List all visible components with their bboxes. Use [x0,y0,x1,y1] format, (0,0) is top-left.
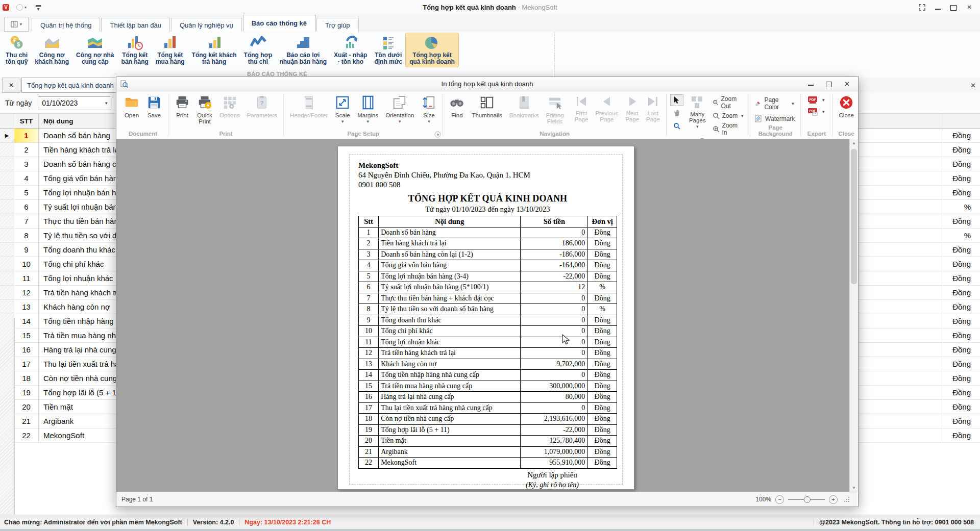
dialog-maximize-icon[interactable] [826,81,832,87]
scroll-down-icon[interactable]: ▼ [850,484,858,492]
editing-fields-button[interactable]: Editing Fields [542,93,567,126]
zoom-in-button-small[interactable]: + [829,495,838,504]
ribbon-item-cong-no-nha-cung-cap[interactable]: Công nợ nhà cung cấp [72,33,118,67]
ribbon-item-tong-ket-ban-hang[interactable]: Tổng kết bán hàng [118,33,152,67]
report-row: 6 Tỷ suất lợi nhuận bán hàng (5*100/1) 1… [359,282,617,293]
ribbon-item-tong-hop-thu-chi[interactable]: Tổng hợp thu chi [240,33,276,67]
zoom-out-button-small[interactable]: − [775,495,784,504]
magnifier-icon [673,122,680,130]
pointer-tool-button[interactable] [670,94,683,106]
tabstrip-close-icon[interactable]: ✕ [970,82,976,89]
close-icon[interactable]: ✕ [964,2,975,12]
print-button[interactable]: Print [171,93,193,120]
zoom-in-button[interactable]: Zoom In [713,122,745,136]
preview-scrollbar[interactable]: ▲ ▼ [849,139,858,492]
next-page-button[interactable]: Next Page [622,93,643,124]
area-chart-icon [43,35,61,51]
margins-button[interactable]: Margins ▼ [354,93,382,125]
grid-selector-header [0,114,14,128]
chevron-down-icon[interactable]: ▾ [102,100,111,106]
quick-print-icon [197,95,212,110]
zoom-button[interactable]: Zoom ▼ [713,112,745,119]
previous-page-button[interactable]: Previous Page [592,93,622,124]
size-button[interactable]: Size ▼ [418,93,440,125]
dialog-minimize-icon[interactable] [808,81,814,87]
grid-header-stt[interactable]: STT [14,114,39,128]
parameters-button[interactable]: ? Parameters [243,93,281,120]
scale-button[interactable]: Scale ▼ [331,93,354,125]
arrow-bars-icon [342,35,359,51]
scroll-up-icon[interactable]: ▲ [850,139,858,147]
zoom-out-button[interactable]: Zoom Out [713,95,745,110]
last-page-button[interactable]: Last Page [643,93,664,124]
svg-text:PDF: PDF [810,109,816,113]
report-row: 15 Trả tiền mua hàng nhà cung cấp 300,00… [359,381,617,392]
report-title: TỔNG HỢP KẾT QUẢ KINH DOANH [358,193,617,204]
customize-toolbar-icon[interactable]: ▬▾ [36,3,41,11]
ribbon-tab[interactable]: Trợ giúp [316,18,359,32]
preview-surface[interactable]: MekongSoft 64 Nguyễn Đình Chiểu, Phường … [116,139,857,492]
zoom-slider-thumb[interactable] [804,496,811,503]
orientation-button[interactable]: Orientation ▼ [382,93,418,125]
report-col-unit: Đơn vị [588,216,617,227]
document-tab-active[interactable]: Tổng hợp kết quả kinh doanh ✕ [21,78,130,93]
quick-access-caret-icon[interactable]: ▾ [24,5,27,10]
page-setup-launcher-icon[interactable] [434,131,441,138]
toolbar-group-document: Open Save Document [118,91,167,139]
export-pdf-button[interactable]: PDF ▼ [807,96,825,104]
ribbon-item-thu-chi-ton-quy[interactable]: € $ Thu chi tồn quỹ [2,33,31,67]
orientation-icon [392,95,407,110]
ribbon-tab[interactable]: Thiết lập ban đầu [101,18,169,32]
from-date-combo[interactable]: 01/10/2023 ▾ [38,96,111,110]
quick-access-icon[interactable] [16,4,23,11]
ribbon-item-cong-no-khach-hang[interactable]: Công nợ khách hàng [31,33,72,67]
line-chart-icon [250,35,267,51]
ribbon-tab[interactable]: Quản trị hệ thống [32,18,100,32]
previous-page-icon [600,95,614,108]
ribbon-item-ton-duoi-dinh-muc[interactable]: Tồn dưới định mức [371,33,406,67]
ribbon-item-bao-cao-loi-nhuan-ban-hang[interactable]: Báo cáo lợi nhuận bán hàng [276,33,330,67]
close-pane-button[interactable]: ✕ [2,78,20,93]
page-color-button[interactable]: Page Color ▼ [755,96,795,111]
expand-icon[interactable] [916,2,927,12]
zoom-icon [713,112,720,119]
open-button[interactable]: Open [120,93,143,120]
restore-icon[interactable] [948,2,959,12]
grid-header-unit [943,114,980,128]
watermark-button[interactable]: Watermark [755,115,795,122]
report-row: 10 Tổng chi phí khác 0 Đồng [359,326,617,337]
magnifier-tool-button[interactable] [670,120,683,132]
ribbon-item-tong-ket-khach-tra-hang[interactable]: Tổng kết khách trả hàng [188,33,240,67]
ribbon-item-tong-hop-ket-qua-kinh-doanh[interactable]: Tổng hợp kết quả kinh doanh [406,33,458,67]
report-company: MekongSoft [358,161,634,170]
chevron-down-icon: ▼ [366,120,370,123]
preview-toolbar: Open Save Document [116,91,858,140]
many-pages-button[interactable]: Many Pages ▼ [685,93,709,130]
email-pdf-button[interactable]: PDF ▼ [807,108,825,116]
thumbnails-button[interactable]: Thumbnails [468,93,505,120]
zoom-slider[interactable] [788,499,825,500]
resize-grip-icon[interactable] [844,496,850,502]
minimize-icon[interactable] [932,2,943,12]
header-footer-icon [301,95,316,110]
close-preview-button[interactable]: Close [835,93,857,120]
ribbon-item-tong-ket-mua-hang[interactable]: Tổng kết mua hàng [152,33,188,67]
quick-print-button[interactable]: Quick Print [193,93,216,126]
ribbon-tab[interactable]: Báo cáo thống kê [243,15,315,32]
header-footer-button[interactable]: Header/Footer [286,93,331,120]
ribbon-tab[interactable]: Quản lý nghiệp vụ [171,18,242,32]
hand-tool-button[interactable] [670,107,683,119]
dialog-close-icon[interactable]: ✕ [844,81,850,87]
options-button[interactable]: Options [216,93,243,120]
chevron-down-icon: ▼ [821,98,825,103]
save-button[interactable]: Save [143,93,165,120]
bookmarks-button[interactable]: Bookmarks [506,93,543,120]
find-button[interactable]: Find [446,93,468,120]
report-address: 64 Nguyễn Đình Chiểu, Phường Đa Kao, Quậ… [358,170,634,180]
toolbar-group-print: Print Quick Print [169,91,283,139]
scrollbar-thumb[interactable] [851,149,857,284]
first-page-button[interactable]: First Page [571,93,592,124]
report-row: 11 Tổng lợi nhuận khác 0 Đồng [359,337,617,348]
app-menu-button[interactable]: ▾ [4,17,29,32]
ribbon-item-xuat-nhap-ton-kho[interactable]: Xuất - nhập - tồn kho [330,33,371,67]
